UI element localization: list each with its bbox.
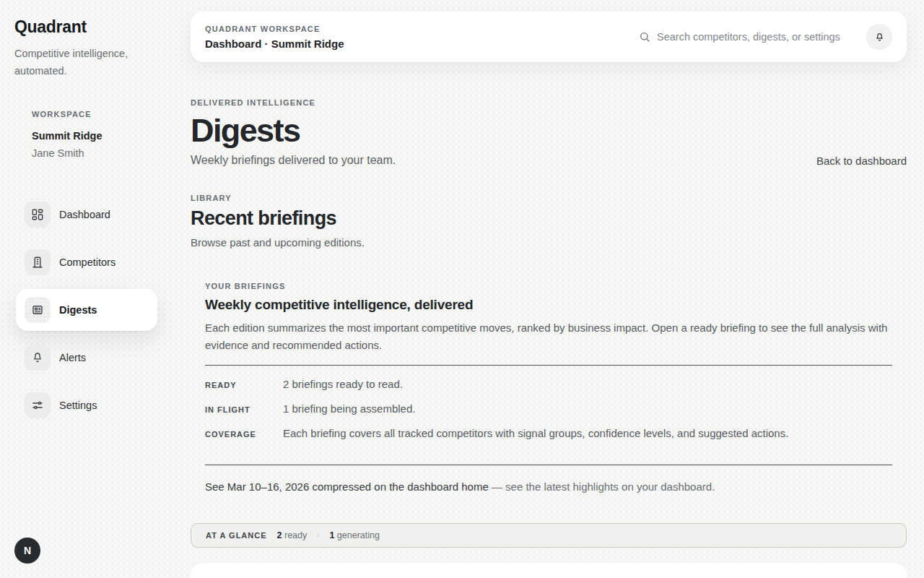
glance-ready-label: ready bbox=[284, 530, 307, 540]
stat-value: 1 briefing being assembled. bbox=[283, 402, 892, 415]
sidebar-item-label: Dashboard bbox=[59, 209, 110, 220]
search-box bbox=[639, 31, 858, 43]
briefings-footnote: See Mar 10–16, 2026 compressed on the da… bbox=[205, 480, 892, 493]
page-subtitle: Weekly briefings delivered to your team. bbox=[191, 154, 396, 167]
library-section-header: LIBRARY Recent briefings Browse past and… bbox=[191, 194, 907, 249]
stat-value: 2 briefings ready to read. bbox=[283, 378, 892, 390]
briefings-eyebrow: YOUR BRIEFINGS bbox=[205, 282, 892, 290]
workspace-block: WORKSPACE Summit Ridge Jane Smith bbox=[14, 110, 159, 159]
topbar: QUADRANT WORKSPACE Dashboard · Summit Ri… bbox=[191, 12, 907, 62]
notifications-button[interactable] bbox=[866, 24, 892, 50]
newspaper-icon bbox=[25, 297, 51, 323]
topbar-actions bbox=[639, 24, 892, 50]
sidebar: Quadrant Competitive intelligence, autom… bbox=[0, 0, 173, 578]
sliders-icon bbox=[25, 392, 51, 418]
stat-label: COVERAGE bbox=[205, 430, 283, 439]
stat-row-coverage: COVERAGE Each briefing covers all tracke… bbox=[205, 420, 892, 445]
sidebar-item-label: Settings bbox=[59, 400, 97, 411]
briefings-description: Each edition summarizes the most importa… bbox=[205, 319, 888, 354]
sidebar-item-label: Digests bbox=[59, 304, 97, 316]
footnote-link-text[interactable]: See Mar 10–16, 2026 compressed on the da… bbox=[205, 480, 489, 493]
library-eyebrow: LIBRARY bbox=[191, 194, 907, 202]
workspace-name: Summit Ridge bbox=[32, 130, 159, 142]
app-logo: Quadrant bbox=[14, 17, 159, 37]
search-icon bbox=[639, 31, 650, 43]
sidebar-item-digests[interactable]: Digests bbox=[16, 289, 157, 331]
stat-row-ready: READY 2 briefings ready to read. bbox=[205, 371, 892, 396]
briefings-overview: YOUR BRIEFINGS Weekly competitive intell… bbox=[191, 282, 907, 493]
sidebar-item-label: Alerts bbox=[59, 352, 86, 363]
stat-label: IN FLIGHT bbox=[205, 405, 283, 414]
glance-generating-label: generating bbox=[337, 530, 380, 540]
at-a-glance-bar: AT A GLANCE 2 ready · 1 generating bbox=[191, 523, 907, 548]
divider bbox=[205, 465, 892, 465]
sidebar-item-alerts[interactable]: Alerts bbox=[16, 337, 157, 379]
main-content: QUADRANT WORKSPACE Dashboard · Summit Ri… bbox=[191, 0, 907, 578]
building-icon bbox=[25, 249, 51, 275]
sidebar-item-competitors[interactable]: Competitors bbox=[16, 241, 157, 283]
bell-icon bbox=[25, 345, 51, 371]
page-eyebrow: DELIVERED INTELLIGENCE bbox=[191, 98, 907, 107]
page-header: DELIVERED INTELLIGENCE Digests Weekly br… bbox=[191, 98, 907, 167]
breadcrumb: Dashboard · Summit Ridge bbox=[205, 38, 344, 50]
sidebar-nav: Dashboard Competitors Digests bbox=[16, 194, 157, 432]
sidebar-item-label: Competitors bbox=[59, 256, 116, 268]
workspace-owner: Jane Smith bbox=[32, 147, 159, 159]
page-title: Digests bbox=[191, 112, 907, 150]
sidebar-item-dashboard[interactable]: Dashboard bbox=[16, 194, 157, 236]
back-to-dashboard-link[interactable]: Back to dashboard bbox=[816, 155, 907, 167]
library-subtitle: Browse past and upcoming editions. bbox=[191, 236, 907, 249]
user-avatar[interactable]: N bbox=[14, 538, 40, 564]
glance-label: AT A GLANCE bbox=[206, 531, 267, 540]
stat-value: Each briefing covers all tracked competi… bbox=[283, 427, 892, 439]
topbar-eyebrow: QUADRANT WORKSPACE bbox=[205, 25, 344, 33]
workspace-label: WORKSPACE bbox=[32, 110, 159, 118]
glance-ready-count: 2 bbox=[277, 530, 282, 540]
next-section-card bbox=[191, 563, 907, 578]
topbar-title-block: QUADRANT WORKSPACE Dashboard · Summit Ri… bbox=[205, 25, 344, 50]
glance-separator: · bbox=[316, 530, 319, 540]
glance-ready: 2 ready bbox=[277, 530, 308, 540]
page-subtitle-row: Weekly briefings delivered to your team.… bbox=[191, 154, 907, 167]
briefings-title: Weekly competitive intelligence, deliver… bbox=[205, 297, 892, 313]
app-tagline: Competitive intelligence, automated. bbox=[14, 45, 141, 79]
sidebar-item-settings[interactable]: Settings bbox=[16, 384, 157, 426]
glance-generating-count: 1 bbox=[329, 530, 334, 540]
briefings-stats: READY 2 briefings ready to read. IN FLIG… bbox=[205, 366, 892, 454]
library-title: Recent briefings bbox=[191, 207, 907, 230]
stat-label: READY bbox=[205, 381, 283, 389]
search-input[interactable] bbox=[657, 31, 858, 43]
glance-generating: 1 generating bbox=[329, 530, 380, 540]
footnote-rest: — see the latest highlights on your dash… bbox=[489, 480, 715, 493]
dashboard-grid-icon bbox=[25, 202, 51, 228]
stat-row-in-flight: IN FLIGHT 1 briefing being assembled. bbox=[205, 396, 892, 420]
bell-icon bbox=[874, 32, 885, 43]
